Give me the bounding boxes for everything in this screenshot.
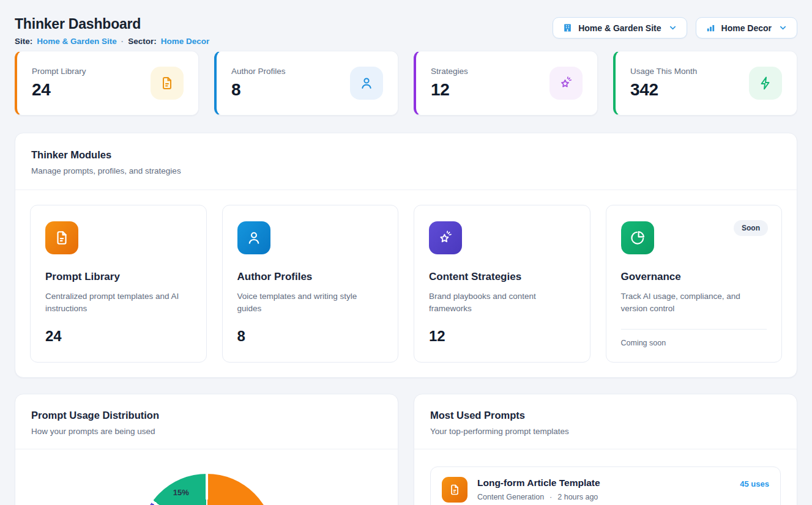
prompt-item-title: Long-form Article Template	[477, 477, 730, 488]
usage-donut-chart: 15%	[140, 474, 274, 505]
modules-panel-header: Thinker Modules Manage prompts, profiles…	[15, 133, 797, 190]
header-actions: Home & Garden Site Home Decor	[553, 17, 797, 39]
soon-badge: Soon	[734, 220, 768, 236]
stat-text: Usage This Month 342	[630, 67, 697, 100]
lightning-icon	[749, 67, 782, 100]
chevron-down-icon	[668, 23, 677, 32]
prompt-item-time: 2 hours ago	[557, 493, 598, 501]
stat-label: Prompt Library	[32, 67, 86, 76]
module-title: Author Profiles	[237, 271, 384, 283]
prompt-list-item[interactable]: Long-form Article Template Content Gener…	[430, 466, 781, 505]
donut-slice-label: 15%	[173, 488, 189, 497]
bottom-row: Prompt Usage Distribution How your promp…	[15, 394, 797, 505]
site-selector-label: Home & Garden Site	[578, 23, 661, 33]
module-title: Prompt Library	[45, 271, 192, 283]
usage-card-header: Prompt Usage Distribution How your promp…	[15, 394, 398, 449]
usage-distribution-card: Prompt Usage Distribution How your promp…	[15, 394, 398, 505]
page-header: Thinker Dashboard Site: Home & Garden Si…	[15, 15, 797, 46]
prompt-item-uses-badge: 45 uses	[740, 479, 769, 488]
sector-selector-label: Home Decor	[721, 23, 772, 33]
chevron-down-icon	[778, 23, 788, 32]
site-selector-button[interactable]: Home & Garden Site	[553, 17, 687, 39]
stat-value: 8	[231, 80, 286, 100]
stats-row: Prompt Library 24 Author Profiles 8 Stra…	[15, 51, 797, 116]
prompts-card-title: Most Used Prompts	[430, 410, 781, 421]
prompt-item-meta: Content Generation · 2 hours ago	[477, 493, 730, 501]
stat-value: 24	[32, 80, 86, 100]
modules-panel-subtitle: Manage prompts, profiles, and strategies	[31, 166, 781, 175]
pie-chart-icon	[621, 221, 654, 254]
document-icon	[45, 221, 78, 254]
stat-text: Author Profiles 8	[231, 67, 286, 100]
most-used-prompts-card: Most Used Prompts Your top-performing pr…	[414, 394, 797, 505]
module-value: 8	[237, 328, 384, 345]
module-value: 24	[45, 328, 192, 345]
stat-card-prompt-library: Prompt Library 24	[15, 51, 199, 116]
sector-selector-button[interactable]: Home Decor	[696, 17, 797, 39]
stat-text: Prompt Library 24	[32, 67, 86, 100]
stat-card-author-profiles: Author Profiles 8	[214, 51, 398, 116]
module-description: Brand playbooks and content frameworks	[429, 290, 575, 315]
page-title: Thinker Dashboard	[15, 16, 209, 32]
document-icon	[151, 67, 184, 100]
star-sparkle-icon	[549, 67, 583, 100]
breadcrumb-separator: ·	[121, 37, 124, 46]
stat-value: 12	[431, 80, 468, 100]
modules-panel-title: Thinker Modules	[31, 149, 781, 161]
stat-card-usage: Usage This Month 342	[613, 51, 797, 116]
bar-chart-icon	[706, 23, 716, 33]
site-label: Site:	[15, 37, 32, 46]
modules-grid: Prompt Library Centralized prompt templa…	[15, 190, 797, 377]
building-icon	[562, 23, 573, 33]
prompts-card-subtitle: Your top-performing prompt templates	[430, 427, 781, 436]
stat-card-strategies: Strategies 12	[414, 51, 598, 116]
module-description: Track AI usage, compliance, and version …	[621, 290, 767, 315]
document-icon	[442, 477, 467, 503]
module-description: Voice templates and writing style guides	[237, 290, 384, 315]
module-value: 12	[429, 328, 575, 345]
star-sparkle-icon	[429, 221, 462, 254]
module-title: Governance	[621, 271, 767, 283]
module-card-prompt-library[interactable]: Prompt Library Centralized prompt templa…	[30, 205, 207, 363]
usage-card-title: Prompt Usage Distribution	[31, 410, 382, 421]
user-icon	[237, 221, 270, 254]
coming-soon-text: Coming soon	[621, 329, 767, 347]
module-description: Centralized prompt templates and AI inst…	[45, 290, 192, 315]
user-icon	[350, 67, 383, 100]
prompts-card-header: Most Used Prompts Your top-performing pr…	[414, 394, 797, 449]
sector-label: Sector:	[128, 37, 157, 46]
meta-separator: ·	[549, 493, 552, 501]
module-card-content-strategies[interactable]: Content Strategies Brand playbooks and c…	[414, 205, 590, 363]
stat-text: Strategies 12	[431, 67, 468, 100]
stat-value: 342	[630, 80, 697, 100]
dashboard-page: Thinker Dashboard Site: Home & Garden Si…	[0, 0, 812, 505]
module-card-governance[interactable]: Soon Governance Track AI usage, complian…	[606, 205, 783, 363]
stat-label: Strategies	[431, 67, 468, 76]
page-header-left: Thinker Dashboard Site: Home & Garden Si…	[15, 15, 209, 46]
module-card-author-profiles[interactable]: Author Profiles Voice templates and writ…	[222, 205, 399, 363]
sector-link[interactable]: Home Decor	[161, 37, 210, 46]
site-link[interactable]: Home & Garden Site	[37, 37, 117, 46]
module-title: Content Strategies	[429, 271, 575, 283]
usage-chart-area: 15%	[15, 449, 398, 505]
prompt-item-category: Content Generation	[477, 493, 544, 501]
stat-label: Usage This Month	[630, 67, 697, 76]
prompt-item-text: Long-form Article Template Content Gener…	[477, 477, 730, 501]
breadcrumb: Site: Home & Garden Site · Sector: Home …	[15, 37, 209, 46]
usage-card-subtitle: How your prompts are being used	[31, 427, 382, 436]
stat-label: Author Profiles	[231, 67, 286, 76]
thinker-modules-panel: Thinker Modules Manage prompts, profiles…	[15, 133, 797, 378]
prompts-list: Long-form Article Template Content Gener…	[414, 449, 797, 505]
